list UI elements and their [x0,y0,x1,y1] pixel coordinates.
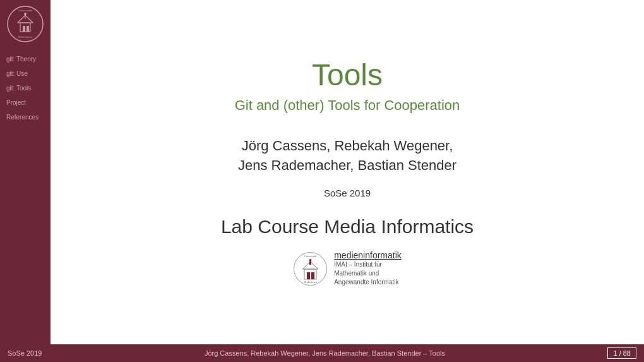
footer-authors: Jörg Cassens, Rebekah Wegener, Jens Rade… [42,349,607,357]
authors-line2: Jens Rademacher, Bastian Stender [238,156,456,176]
authors-block: Jörg Cassens, Rebekah Wegener, Jens Rade… [238,136,456,176]
presentation-subtitle: Git and (other) Tools for Cooperation [235,97,460,114]
sidebar: Universität Hildesheim git: Theory git: … [0,0,51,344]
sidebar-item-git-tools[interactable]: git: Tools [3,82,48,94]
authors-line1: Jörg Cassens, Rebekah Wegener, [238,136,456,156]
svg-point-6 [24,13,27,15]
svg-rect-14 [309,262,311,265]
footer-semester: SoSe 2019 [8,349,42,357]
svg-text:Hildesheim: Hildesheim [304,281,317,284]
sidebar-navigation: git: Theory git: Use git: Tools Project … [0,53,51,123]
svg-text:Universität: Universität [18,9,33,12]
footer-page: 1 / 88 [607,347,636,359]
presentation-title: Tools [312,57,383,92]
semester-label: SoSe 2019 [324,188,371,198]
institute-block: Universität Hildesheim medieninformatik … [293,250,402,287]
institute-text-block: medieninformatik IMAI – Institut für Mat… [334,250,402,287]
sidebar-item-git-use[interactable]: git: Use [3,68,48,80]
slide-content: Tools Git and (other) Tools for Cooperat… [51,0,644,344]
footer: SoSe 2019 Jörg Cassens, Rebekah Wegener,… [0,344,644,362]
svg-rect-2 [23,26,25,32]
svg-point-15 [309,259,312,262]
institute-name: medieninformatik [334,250,402,260]
svg-text:Universität: Universität [304,255,318,258]
university-logo: Universität Hildesheim [6,5,44,43]
sidebar-item-references[interactable]: References [3,111,48,123]
svg-rect-10 [304,269,316,279]
svg-rect-11 [307,272,310,279]
main-layout: Universität Hildesheim git: Theory git: … [0,0,644,344]
sidebar-item-project[interactable]: Project [3,97,48,109]
sidebar-item-git-theory[interactable]: git: Theory [3,53,48,65]
svg-text:Hildesheim: Hildesheim [18,35,32,39]
course-title: Lab Course Media Informatics [221,216,474,238]
institute-logo: Universität Hildesheim [293,251,328,286]
institute-full-name: IMAI – Institut für Mathematik und Angew… [334,260,402,287]
svg-rect-12 [311,272,314,279]
svg-rect-3 [27,26,29,32]
